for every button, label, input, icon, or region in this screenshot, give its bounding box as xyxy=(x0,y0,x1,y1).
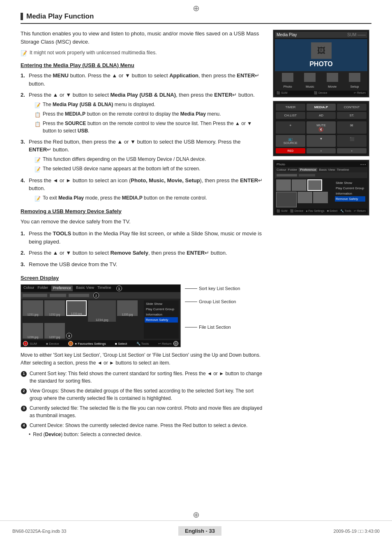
subsection-screen-display-title: Screen Display xyxy=(21,275,265,281)
removing-steps-list: 1. Press the TOOLS button in the Media P… xyxy=(21,230,265,268)
btn-chlist: CH.LIST xyxy=(276,112,305,119)
menu-slideshow: Slide Show xyxy=(145,301,178,306)
menu-remove-safely[interactable]: Remove Safely xyxy=(145,317,178,323)
remote-nav-grid: + MUTE 🔇 ✉ 📺 SOURCE ▼ ⬛ xyxy=(276,121,367,147)
btn-ad: AD xyxy=(307,112,336,119)
full-browser-tabs: Colour Folder Preference Basic View Time… xyxy=(275,167,367,172)
footer-center: English - 33 xyxy=(178,526,221,536)
group-bar-1 xyxy=(277,174,297,176)
music-icon-label: Music xyxy=(306,85,314,88)
badge-4-overlay: 4 xyxy=(23,341,28,346)
bot1-device: ⬛ Device xyxy=(314,91,327,95)
bot-device: ■ Device xyxy=(46,342,59,346)
note-icon-sm-5: 📝 xyxy=(35,195,41,202)
tab-basicview: Basic View xyxy=(76,286,94,291)
note-icon-sm-4: 📝 xyxy=(35,166,41,173)
btn-square: ▪ xyxy=(307,148,336,153)
fbt-bview: Basic View xyxy=(319,168,335,172)
left-column: This function enables you to view and li… xyxy=(21,30,265,438)
callout-file-list-label: File List Section xyxy=(199,325,231,330)
move-instructions: Move to either 'Sort key List Section', … xyxy=(21,351,265,367)
intro-text: This function enables you to view and li… xyxy=(21,30,265,46)
photo-ui-topbar: Colour Folder Preference Basic View Time… xyxy=(21,285,180,292)
btn-tab: ⬛ xyxy=(337,135,367,147)
right-screen-photo-menu: Media Play SUM —— 🖼 PHOTO Photo xyxy=(273,30,369,98)
bottom-bar-1: ⬛ SUM ⬛ Device ↩ Return xyxy=(275,91,367,95)
photo-ui-body: 1231.jpg 1232.jpg 1233.jpg 1234.jpg 1235… xyxy=(21,299,180,340)
right-screen-full-browser: Photo • • • Colour Folder Preference Bas… xyxy=(273,160,369,216)
removing-usb-intro: You can remove the device safely from th… xyxy=(21,218,265,226)
fb-dots: • • • xyxy=(360,163,366,166)
thumb-1232: 1232.jpg xyxy=(44,300,65,316)
photo-ui-sidebar: Slide Show Play Current Group Informatio… xyxy=(144,300,179,339)
fb-thumb-3-sel xyxy=(307,179,322,191)
footer-right: 2009-05-19 □□ 3:43:00 xyxy=(334,529,380,534)
step-2-note-3: 📋 Press the SOURCE button on the remote … xyxy=(35,120,265,135)
remove-step-3: 3. Remove the USB device from the TV. xyxy=(21,260,265,269)
remove-step-2: 2. Press the ▲ or ▼ button to select Rem… xyxy=(21,249,265,257)
thumb-1233-selected: 1233.jpg xyxy=(66,300,87,316)
callout-line-2 xyxy=(185,302,197,302)
desc-text-4: Current Device: Shows the currently sele… xyxy=(30,422,247,429)
right-screen-media-play-title: Media Play SUM —— xyxy=(275,32,367,38)
bot-favourites: 5 ● Favourites Settings xyxy=(68,341,106,346)
ref-icon-sm-2: 📋 xyxy=(35,121,41,128)
photo-ui-tabs: Colour Folder Preference Basic View Time… xyxy=(23,286,122,291)
callout-line-1 xyxy=(185,288,197,289)
fbt-colour: Colour xyxy=(277,168,286,172)
fb-thumb-6 xyxy=(313,192,328,203)
fb-thumb-1 xyxy=(276,179,291,191)
btn-mediap: MEDIA.P xyxy=(307,104,336,111)
fbb-tools: 🔧 Tools xyxy=(340,209,351,213)
btn-plus: + xyxy=(276,121,305,134)
note-icon-sm-3: 📝 xyxy=(35,156,41,164)
fb-thumb-4-large xyxy=(276,192,297,207)
thumb-1235: 1235.jpg xyxy=(117,300,138,316)
section-title: Media Play Function xyxy=(21,12,371,24)
remote-bottom-grid: RED ▪ ▪ xyxy=(276,148,367,153)
step-3-note-2: 📝 The selected USB device name appears a… xyxy=(35,165,265,173)
entering-steps-list: 1. Press the MENU button. Press the ▲ or… xyxy=(21,72,265,202)
fb-thumb-5 xyxy=(297,192,312,203)
ref-icon-sm: 📋 xyxy=(35,111,41,118)
tab-colour: Colour xyxy=(23,286,35,291)
callout-sort-key-label: Sort key List Section xyxy=(199,286,240,291)
btn-arrow-down: ▼ xyxy=(307,135,336,147)
fb-thumb-2 xyxy=(292,179,307,191)
group-bar-2 xyxy=(299,174,315,176)
desc-item-4: 4 Current Device: Shows the currently se… xyxy=(21,422,265,429)
intro-note: 📝 It might not work properly with unlice… xyxy=(21,50,265,56)
tab-timeline: Timeline xyxy=(97,286,111,291)
photo-icon-label: Photo xyxy=(284,85,292,88)
note-icon-sm: 📝 xyxy=(35,102,41,109)
bullet-device: • Red (Device) button: Selects a connect… xyxy=(29,432,265,437)
callout-line-3 xyxy=(185,327,197,327)
movie-icon-label: Movie xyxy=(328,85,337,88)
fbb-fav: ● Fav Settings xyxy=(306,209,324,213)
media-icon-photo: Photo xyxy=(282,73,293,89)
photo-thumbnails: 1231.jpg 1232.jpg 1233.jpg 1234.jpg 1235… xyxy=(23,300,143,339)
media-icon-music: Music xyxy=(304,73,316,89)
photo-label: PHOTO xyxy=(309,60,333,67)
callout-group-list: Group List Section xyxy=(185,299,240,304)
badge-6-overlay: 6 xyxy=(173,341,178,346)
page-footer: BN68-02325A-Eng.indb 33 English - 33 200… xyxy=(0,520,392,541)
mute-icon: 🔇 xyxy=(318,127,323,132)
full-browser-body: Slide Show Play Current Group Informatio… xyxy=(275,178,367,209)
bot1-return: ↩ Return xyxy=(354,91,366,95)
step-2-note-1: 📝 The Media Play (USB & DLNA) menu is di… xyxy=(35,101,265,109)
bullet-text: Red (Device) button: Selects a connected… xyxy=(33,432,142,437)
desc-badge-4: 4 xyxy=(21,423,27,429)
step-4: 4. Press the ◄ or ► button to select an … xyxy=(21,176,265,202)
fbb-select: ■ Select xyxy=(327,209,338,213)
photo-ui-bottombar: 4 SUM ■ Device 5 ● Favourites Settings ■… xyxy=(21,340,180,347)
btn-timer: TIMER xyxy=(276,104,305,111)
full-browser-thumbs xyxy=(276,179,333,207)
full-browser-title-bar: Photo • • • xyxy=(275,162,367,167)
tab-preference[interactable]: Preference xyxy=(51,286,73,291)
fb-menu-slideshow: Slide Show xyxy=(335,180,365,186)
fbt-timeline: Timeline xyxy=(337,168,349,172)
bottom-crosshair: ⊕ xyxy=(0,510,392,520)
callout-file-list: File List Section xyxy=(185,325,240,330)
movie-icon-img xyxy=(327,73,338,82)
